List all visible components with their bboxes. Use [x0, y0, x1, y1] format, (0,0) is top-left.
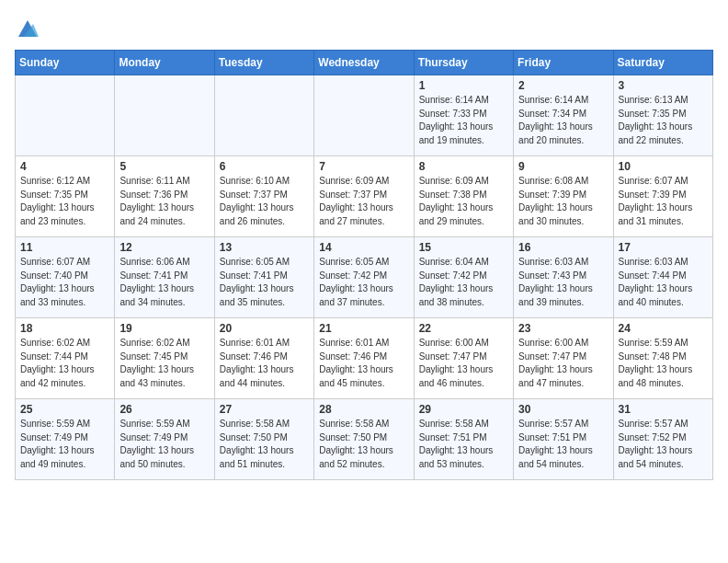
- calendar-day-cell: 26Sunrise: 5:59 AM Sunset: 7:49 PM Dayli…: [115, 399, 214, 480]
- weekday-header: Thursday: [414, 51, 513, 75]
- calendar-day-cell: [115, 75, 214, 156]
- calendar-week-row: 18Sunrise: 6:02 AM Sunset: 7:44 PM Dayli…: [16, 318, 713, 399]
- day-number: 27: [220, 403, 309, 416]
- day-number: 2: [518, 79, 608, 92]
- calendar-day-cell: 17Sunrise: 6:03 AM Sunset: 7:44 PM Dayli…: [613, 237, 712, 318]
- calendar-day-cell: 12Sunrise: 6:06 AM Sunset: 7:41 PM Dayli…: [115, 237, 214, 318]
- calendar-day-cell: 16Sunrise: 6:03 AM Sunset: 7:43 PM Dayli…: [514, 237, 613, 318]
- day-number: 21: [319, 322, 408, 335]
- day-info: Sunrise: 6:02 AM Sunset: 7:44 PM Dayligh…: [20, 337, 109, 390]
- day-info: Sunrise: 5:57 AM Sunset: 7:52 PM Dayligh…: [619, 418, 708, 471]
- calendar-week-row: 25Sunrise: 5:59 AM Sunset: 7:49 PM Dayli…: [16, 399, 713, 480]
- day-number: 29: [419, 403, 508, 416]
- day-number: 30: [518, 403, 608, 416]
- day-info: Sunrise: 6:05 AM Sunset: 7:42 PM Dayligh…: [319, 256, 408, 309]
- logo-icon: [15, 15, 40, 40]
- weekday-header: Saturday: [613, 51, 712, 75]
- day-info: Sunrise: 6:09 AM Sunset: 7:38 PM Dayligh…: [419, 175, 508, 228]
- calendar-day-cell: [314, 75, 414, 156]
- day-info: Sunrise: 6:05 AM Sunset: 7:41 PM Dayligh…: [220, 256, 309, 309]
- day-info: Sunrise: 6:12 AM Sunset: 7:35 PM Dayligh…: [20, 175, 109, 228]
- header-row: SundayMondayTuesdayWednesdayThursdayFrid…: [16, 51, 713, 75]
- calendar-day-cell: 24Sunrise: 5:59 AM Sunset: 7:48 PM Dayli…: [613, 318, 712, 399]
- day-info: Sunrise: 5:58 AM Sunset: 7:50 PM Dayligh…: [220, 418, 309, 471]
- calendar-day-cell: 18Sunrise: 6:02 AM Sunset: 7:44 PM Dayli…: [16, 318, 115, 399]
- calendar-day-cell: [214, 75, 313, 156]
- day-number: 26: [119, 403, 209, 416]
- calendar-day-cell: 10Sunrise: 6:07 AM Sunset: 7:39 PM Dayli…: [613, 156, 712, 237]
- calendar-header: SundayMondayTuesdayWednesdayThursdayFrid…: [16, 51, 713, 75]
- day-number: 18: [20, 322, 109, 335]
- day-info: Sunrise: 6:03 AM Sunset: 7:43 PM Dayligh…: [518, 256, 608, 309]
- calendar-day-cell: 8Sunrise: 6:09 AM Sunset: 7:38 PM Daylig…: [414, 156, 513, 237]
- day-number: 10: [619, 160, 708, 173]
- day-number: 16: [518, 241, 608, 254]
- day-info: Sunrise: 6:07 AM Sunset: 7:40 PM Dayligh…: [20, 256, 109, 309]
- day-number: 4: [20, 160, 109, 173]
- day-info: Sunrise: 5:59 AM Sunset: 7:49 PM Dayligh…: [119, 418, 209, 471]
- day-number: 17: [619, 241, 708, 254]
- calendar-day-cell: 7Sunrise: 6:09 AM Sunset: 7:37 PM Daylig…: [314, 156, 414, 237]
- calendar-week-row: 1Sunrise: 6:14 AM Sunset: 7:33 PM Daylig…: [16, 75, 713, 156]
- day-number: 12: [119, 241, 209, 254]
- calendar-week-row: 4Sunrise: 6:12 AM Sunset: 7:35 PM Daylig…: [16, 156, 713, 237]
- day-info: Sunrise: 6:14 AM Sunset: 7:33 PM Dayligh…: [419, 94, 508, 147]
- calendar-day-cell: 27Sunrise: 5:58 AM Sunset: 7:50 PM Dayli…: [214, 399, 313, 480]
- day-info: Sunrise: 6:10 AM Sunset: 7:37 PM Dayligh…: [220, 175, 309, 228]
- calendar-day-cell: 3Sunrise: 6:13 AM Sunset: 7:35 PM Daylig…: [613, 75, 712, 156]
- day-number: 22: [419, 322, 508, 335]
- calendar-day-cell: 21Sunrise: 6:01 AM Sunset: 7:46 PM Dayli…: [314, 318, 414, 399]
- day-info: Sunrise: 6:03 AM Sunset: 7:44 PM Dayligh…: [619, 256, 708, 309]
- day-number: 24: [619, 322, 708, 335]
- day-info: Sunrise: 5:59 AM Sunset: 7:48 PM Dayligh…: [619, 337, 708, 390]
- calendar-day-cell: 4Sunrise: 6:12 AM Sunset: 7:35 PM Daylig…: [16, 156, 115, 237]
- calendar-week-row: 11Sunrise: 6:07 AM Sunset: 7:40 PM Dayli…: [16, 237, 713, 318]
- calendar-day-cell: 1Sunrise: 6:14 AM Sunset: 7:33 PM Daylig…: [414, 75, 513, 156]
- day-info: Sunrise: 6:14 AM Sunset: 7:34 PM Dayligh…: [518, 94, 608, 147]
- day-info: Sunrise: 6:01 AM Sunset: 7:46 PM Dayligh…: [220, 337, 309, 390]
- day-info: Sunrise: 5:57 AM Sunset: 7:51 PM Dayligh…: [518, 418, 608, 471]
- day-info: Sunrise: 6:06 AM Sunset: 7:41 PM Dayligh…: [119, 256, 209, 309]
- day-info: Sunrise: 6:00 AM Sunset: 7:47 PM Dayligh…: [518, 337, 608, 390]
- day-info: Sunrise: 6:00 AM Sunset: 7:47 PM Dayligh…: [419, 337, 508, 390]
- calendar-day-cell: 6Sunrise: 6:10 AM Sunset: 7:37 PM Daylig…: [214, 156, 313, 237]
- day-number: 19: [119, 322, 209, 335]
- day-number: 6: [220, 160, 309, 173]
- calendar-day-cell: 22Sunrise: 6:00 AM Sunset: 7:47 PM Dayli…: [414, 318, 513, 399]
- calendar-day-cell: 19Sunrise: 6:02 AM Sunset: 7:45 PM Dayli…: [115, 318, 214, 399]
- calendar-day-cell: 14Sunrise: 6:05 AM Sunset: 7:42 PM Dayli…: [314, 237, 414, 318]
- calendar-day-cell: 9Sunrise: 6:08 AM Sunset: 7:39 PM Daylig…: [514, 156, 613, 237]
- calendar-day-cell: 11Sunrise: 6:07 AM Sunset: 7:40 PM Dayli…: [16, 237, 115, 318]
- calendar-day-cell: 15Sunrise: 6:04 AM Sunset: 7:42 PM Dayli…: [414, 237, 513, 318]
- day-number: 15: [419, 241, 508, 254]
- calendar-day-cell: 31Sunrise: 5:57 AM Sunset: 7:52 PM Dayli…: [613, 399, 712, 480]
- day-number: 14: [319, 241, 408, 254]
- day-info: Sunrise: 6:13 AM Sunset: 7:35 PM Dayligh…: [619, 94, 708, 147]
- day-info: Sunrise: 5:58 AM Sunset: 7:50 PM Dayligh…: [319, 418, 408, 471]
- calendar-day-cell: 29Sunrise: 5:58 AM Sunset: 7:51 PM Dayli…: [414, 399, 513, 480]
- calendar-day-cell: 20Sunrise: 6:01 AM Sunset: 7:46 PM Dayli…: [214, 318, 313, 399]
- calendar-day-cell: 25Sunrise: 5:59 AM Sunset: 7:49 PM Dayli…: [16, 399, 115, 480]
- calendar-body: 1Sunrise: 6:14 AM Sunset: 7:33 PM Daylig…: [16, 75, 713, 480]
- day-number: 23: [518, 322, 608, 335]
- page-header: [15, 15, 713, 40]
- day-info: Sunrise: 5:59 AM Sunset: 7:49 PM Dayligh…: [20, 418, 109, 471]
- day-info: Sunrise: 6:07 AM Sunset: 7:39 PM Dayligh…: [619, 175, 708, 228]
- day-info: Sunrise: 6:04 AM Sunset: 7:42 PM Dayligh…: [419, 256, 508, 309]
- day-number: 13: [220, 241, 309, 254]
- day-info: Sunrise: 6:01 AM Sunset: 7:46 PM Dayligh…: [319, 337, 408, 390]
- weekday-header: Friday: [514, 51, 613, 75]
- day-number: 31: [619, 403, 708, 416]
- day-info: Sunrise: 6:08 AM Sunset: 7:39 PM Dayligh…: [518, 175, 608, 228]
- day-info: Sunrise: 6:09 AM Sunset: 7:37 PM Dayligh…: [319, 175, 408, 228]
- day-number: 1: [419, 79, 508, 92]
- weekday-header: Monday: [115, 51, 214, 75]
- day-number: 8: [419, 160, 508, 173]
- day-number: 5: [119, 160, 209, 173]
- day-info: Sunrise: 6:11 AM Sunset: 7:36 PM Dayligh…: [119, 175, 209, 228]
- weekday-header: Sunday: [16, 51, 115, 75]
- day-info: Sunrise: 5:58 AM Sunset: 7:51 PM Dayligh…: [419, 418, 508, 471]
- day-number: 28: [319, 403, 408, 416]
- calendar-table: SundayMondayTuesdayWednesdayThursdayFrid…: [15, 50, 713, 480]
- calendar-day-cell: 13Sunrise: 6:05 AM Sunset: 7:41 PM Dayli…: [214, 237, 313, 318]
